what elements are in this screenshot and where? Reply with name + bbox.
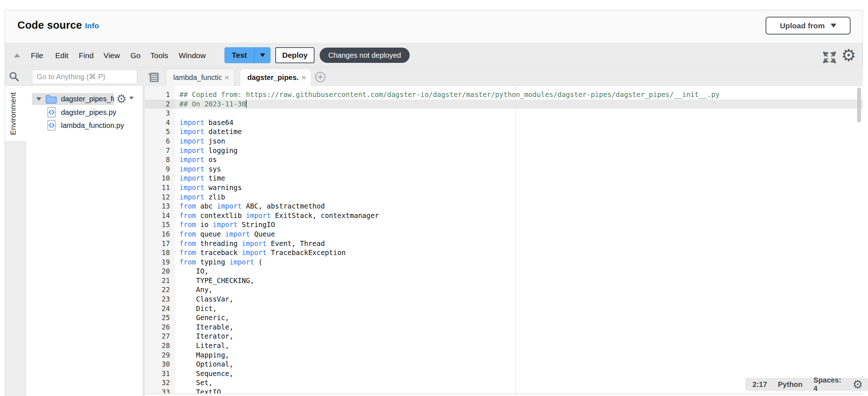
- gutter-line-number[interactable]: 25: [145, 313, 175, 323]
- code-line[interactable]: from io import StringIO: [175, 220, 863, 230]
- gutter-line-number[interactable]: 6: [145, 137, 175, 146]
- gutter-line-number[interactable]: 9: [145, 165, 175, 174]
- tree-settings-gear-icon[interactable]: ⚙: [116, 92, 127, 105]
- gutter-line-number[interactable]: 24: [145, 304, 175, 314]
- fullscreen-icon[interactable]: [822, 50, 837, 65]
- code-line[interactable]: from threading import Event, Thread: [175, 239, 863, 248]
- panel-divider[interactable]: [142, 86, 145, 396]
- menu-file[interactable]: File: [31, 51, 43, 60]
- gutter-line-number[interactable]: 29: [145, 351, 175, 360]
- code-line[interactable]: from contextlib import ExitStack, contex…: [175, 211, 863, 221]
- close-icon[interactable]: ×: [224, 74, 229, 81]
- code-line[interactable]: TYPE_CHECKING,: [175, 276, 863, 286]
- test-button[interactable]: Test: [224, 47, 254, 63]
- menu-window[interactable]: Window: [179, 51, 206, 60]
- spaces-setting[interactable]: Spaces: 4: [814, 376, 842, 393]
- code-line[interactable]: Mapping,: [175, 351, 863, 360]
- code-line[interactable]: Optional,: [175, 360, 863, 369]
- code-line[interactable]: import json: [175, 137, 863, 146]
- gutter-line-number[interactable]: 17: [145, 239, 175, 248]
- gutter-line-number[interactable]: 31: [145, 369, 175, 379]
- code-line[interactable]: from traceback import TracebackException: [175, 248, 863, 258]
- caret-down-icon[interactable]: [129, 97, 134, 100]
- tab-list-icon[interactable]: [147, 72, 160, 83]
- code-line[interactable]: Any,: [175, 285, 863, 295]
- info-link[interactable]: Info: [85, 21, 99, 30]
- code-line[interactable]: IO,: [175, 267, 863, 276]
- test-dropdown-button[interactable]: [254, 47, 271, 63]
- gutter-line-number[interactable]: 22: [145, 285, 175, 295]
- code-line[interactable]: from typing import (: [175, 258, 863, 267]
- code-line[interactable]: import warnings: [175, 183, 863, 193]
- menu-tools[interactable]: Tools: [150, 51, 168, 60]
- gutter-line-number[interactable]: 26: [145, 323, 175, 332]
- code-line[interactable]: import zlib: [175, 193, 863, 202]
- gutter-line-number[interactable]: 1: [145, 90, 175, 100]
- tab-dagster-pipes[interactable]: dagster_pipes.py ×: [240, 69, 312, 86]
- menu-edit[interactable]: Edit: [55, 51, 68, 60]
- code-line[interactable]: Literal,: [175, 341, 863, 351]
- collapse-panel-icon[interactable]: [14, 53, 20, 57]
- gutter-line-number[interactable]: 5: [145, 127, 175, 137]
- gutter-line-number[interactable]: 27: [145, 332, 175, 341]
- tree-file-dagster-pipes[interactable]: dagster_pipes.py: [47, 106, 116, 118]
- tree-file-lambda-function[interactable]: lambda_function.py: [47, 119, 124, 132]
- code-line[interactable]: import time: [175, 174, 863, 183]
- code-line[interactable]: from queue import Queue: [175, 230, 863, 239]
- add-tab-icon[interactable]: [315, 71, 326, 83]
- code-line[interactable]: import os: [175, 155, 863, 165]
- close-icon[interactable]: ×: [301, 74, 306, 81]
- code-line[interactable]: import sys: [175, 165, 863, 174]
- code-line[interactable]: Dict,: [175, 304, 863, 314]
- tab-lambda-function[interactable]: lambda_function. ×: [166, 69, 235, 86]
- code-line[interactable]: import logging: [175, 146, 863, 155]
- gutter-line-number[interactable]: 12: [145, 193, 175, 202]
- cursor-position[interactable]: 2:17: [753, 380, 767, 389]
- gutter-line-number[interactable]: 20: [145, 267, 175, 276]
- language-mode[interactable]: Python: [778, 380, 803, 389]
- environment-tab[interactable]: Environment: [9, 91, 17, 135]
- gutter-line-number[interactable]: 14: [145, 211, 175, 221]
- menu-view[interactable]: View: [104, 51, 120, 60]
- code-line[interactable]: Generic,: [175, 313, 863, 323]
- editor-settings-gear-icon[interactable]: ⚙: [852, 378, 863, 391]
- gutter-line-number[interactable]: 32: [145, 378, 175, 388]
- gutter-line-number[interactable]: 8: [145, 155, 175, 165]
- vertical-scrollbar[interactable]: [857, 88, 861, 122]
- upload-from-button[interactable]: Upload from: [766, 17, 851, 35]
- gutter-line-number[interactable]: 23: [145, 295, 175, 304]
- gutter-line-number[interactable]: 18: [145, 248, 175, 258]
- menu-go[interactable]: Go: [130, 51, 141, 60]
- gutter-line-number[interactable]: 4: [145, 118, 175, 128]
- gutter-line-number[interactable]: 30: [145, 360, 175, 369]
- gutter-line-number[interactable]: 21: [145, 276, 175, 286]
- gutter-line-number[interactable]: 16: [145, 230, 175, 239]
- gutter-line-number[interactable]: 2: [145, 100, 175, 109]
- go-to-anything-input[interactable]: [32, 70, 137, 84]
- gutter-line-number[interactable]: 10: [145, 174, 175, 183]
- gutter-line-number[interactable]: 7: [145, 146, 175, 155]
- gutter-line-number[interactable]: 15: [145, 220, 175, 230]
- gutter-line-number[interactable]: 28: [145, 341, 175, 351]
- gutter-line-number[interactable]: 19: [145, 258, 175, 267]
- gutter-line-number[interactable]: 3: [145, 109, 175, 118]
- gutter-line-number[interactable]: 11: [145, 183, 175, 193]
- gutter-line-number[interactable]: 13: [145, 202, 175, 211]
- code-line[interactable]: Sequence,: [175, 369, 863, 379]
- deploy-button[interactable]: Deploy: [275, 47, 315, 63]
- settings-gear-icon[interactable]: ⚙: [841, 46, 856, 65]
- tree-folder-row[interactable]: dagster_pipes_funct: [32, 93, 114, 105]
- disclosure-triangle-icon[interactable]: [36, 97, 41, 101]
- code-line[interactable]: from abc import ABC, abstractmethod: [175, 202, 863, 211]
- code-line[interactable]: [175, 109, 863, 118]
- search-icon[interactable]: [9, 71, 20, 82]
- code-line[interactable]: Iterator,: [175, 332, 863, 341]
- code-line[interactable]: import base64: [175, 118, 863, 128]
- code-line[interactable]: ClassVar,: [175, 295, 863, 304]
- code-line[interactable]: ## Copied from: https://raw.githubuserco…: [175, 90, 863, 100]
- horizontal-scrollbar[interactable]: [145, 393, 863, 396]
- code-line[interactable]: ## On 2023-11-30: [175, 100, 863, 109]
- code-line[interactable]: import datetime: [175, 127, 863, 137]
- code-line[interactable]: Iterable,: [175, 323, 863, 332]
- menu-find[interactable]: Find: [79, 51, 94, 60]
